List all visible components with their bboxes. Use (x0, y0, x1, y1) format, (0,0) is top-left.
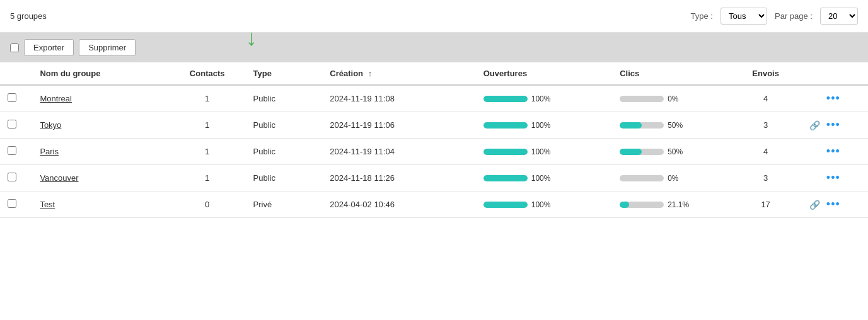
link-icon[interactable]: 🔗 (809, 200, 820, 210)
ouvertures-cell: 100% (476, 112, 612, 139)
contacts-count: 1 (169, 139, 246, 165)
clics-bar-container: 21.1% (620, 200, 724, 209)
page-title: 5 groupes (10, 11, 47, 21)
table-header-row: Nom du groupe Contacts Type Création ↑ O… (0, 62, 868, 85)
clics-bar-fill (620, 122, 642, 129)
th-contacts: Contacts (169, 62, 246, 85)
ouvertures-cell: 100% (476, 139, 612, 165)
clics-cell: 0% (612, 165, 731, 191)
th-envois: Envois (732, 62, 800, 85)
row-checkbox[interactable] (8, 120, 16, 129)
group-name-link[interactable]: Vancouver (40, 173, 78, 183)
actions-cell: 🔗••• (800, 191, 850, 217)
group-type: Public (246, 85, 323, 112)
actions-cell: ••• (800, 139, 850, 164)
clics-bar-bg (620, 122, 664, 129)
table-row: Paris1Public2024-11-19 11:04 100% 50% 4•… (0, 139, 868, 165)
table-row: Tokyo1Public2024-11-19 11:06 100% 50% 3🔗… (0, 112, 868, 139)
th-type: Type (246, 62, 323, 85)
clics-bar-bg (620, 96, 664, 102)
perpage-label: Par page : (775, 11, 813, 21)
contacts-count: 1 (169, 165, 246, 191)
link-icon[interactable]: 🔗 (809, 120, 820, 130)
envois-count: 4 (732, 139, 800, 165)
ouvertures-bar-fill (483, 149, 528, 155)
group-name-link[interactable]: Tokyo (40, 120, 61, 130)
clics-bar-fill (620, 149, 642, 155)
ouvertures-cell: 100% (476, 165, 612, 191)
ouvertures-label: 100% (531, 200, 554, 209)
export-button[interactable]: Exporter (24, 39, 74, 56)
ouvertures-cell: 100% (476, 85, 612, 112)
creation-date: 2024-11-18 11:26 (322, 165, 475, 191)
row-checkbox[interactable] (8, 173, 16, 181)
ouvertures-bar-bg (483, 122, 528, 129)
clics-cell: 50% (612, 112, 731, 139)
more-options-button[interactable]: ••• (824, 171, 843, 185)
clics-bar-container: 0% (620, 174, 724, 183)
clics-bar-container: 0% (620, 94, 724, 103)
group-name-link[interactable]: Paris (40, 147, 59, 156)
table-row: Vancouver1Public2024-11-18 11:26 100% 0%… (0, 165, 868, 191)
type-select[interactable]: Tous Public Privé (720, 8, 767, 25)
table-row: Montreal1Public2024-11-19 11:08 100% 0% … (0, 85, 868, 112)
row-checkbox[interactable] (8, 199, 16, 208)
actions-cell: ••• (800, 86, 850, 111)
envois-count: 4 (732, 85, 800, 112)
ouvertures-label: 100% (531, 121, 554, 130)
group-type: Public (246, 139, 323, 165)
th-actions (800, 62, 868, 85)
ouvertures-bar-container: 100% (483, 94, 605, 103)
clics-label: 21.1% (668, 200, 690, 209)
ouvertures-label: 100% (531, 94, 554, 103)
ouvertures-label: 100% (531, 174, 554, 183)
more-options-button[interactable]: ••• (824, 118, 843, 132)
actions-cell: 🔗••• (800, 112, 850, 138)
toolbar: Exporter Supprimer ↓ (0, 33, 868, 62)
clics-bar-fill (620, 202, 629, 208)
creation-date: 2024-11-19 11:08 (322, 85, 475, 112)
perpage-select[interactable]: 20 50 100 (820, 8, 858, 25)
ouvertures-bar-bg (483, 149, 528, 155)
sort-arrow-icon: ↑ (368, 69, 373, 78)
ouvertures-cell: 100% (476, 191, 612, 218)
envois-count: 17 (732, 191, 800, 218)
more-options-button[interactable]: ••• (824, 198, 843, 211)
row-checkbox[interactable] (8, 93, 16, 102)
clics-bar-container: 50% (620, 147, 724, 156)
group-type: Privé (246, 191, 323, 218)
clics-label: 0% (668, 174, 690, 183)
ouvertures-bar-fill (483, 122, 528, 129)
row-checkbox[interactable] (8, 146, 16, 155)
ouvertures-bar-fill (483, 202, 528, 208)
more-options-button[interactable]: ••• (824, 145, 843, 158)
group-type: Public (246, 112, 323, 139)
top-bar-controls: Type : Tous Public Privé Par page : 20 5… (691, 8, 858, 25)
envois-count: 3 (732, 165, 800, 191)
ouvertures-bar-container: 100% (483, 174, 605, 183)
ouvertures-bar-container: 100% (483, 200, 605, 209)
ouvertures-bar-bg (483, 175, 528, 181)
clics-cell: 50% (612, 139, 731, 165)
contacts-count: 1 (169, 85, 246, 112)
clics-bar-container: 50% (620, 121, 724, 130)
th-ouvertures: Ouvertures (476, 62, 612, 85)
delete-button[interactable]: Supprimer (79, 39, 136, 56)
ouvertures-bar-bg (483, 96, 528, 102)
select-all-checkbox[interactable] (10, 43, 19, 52)
top-bar: 5 groupes Type : Tous Public Privé Par p… (0, 0, 868, 33)
table-row: Test0Privé2024-04-02 10:46 100% 21.1% 17… (0, 191, 868, 218)
group-name-link[interactable]: Montreal (40, 94, 72, 103)
th-creation[interactable]: Création ↑ (322, 62, 475, 85)
clics-label: 50% (668, 147, 690, 156)
clics-bar-bg (620, 202, 664, 208)
creation-date: 2024-11-19 11:06 (322, 112, 475, 139)
contacts-count: 1 (169, 112, 246, 139)
envois-count: 3 (732, 112, 800, 139)
group-name-link[interactable]: Test (40, 200, 55, 209)
more-options-button[interactable]: ••• (824, 92, 843, 105)
clics-bar-bg (620, 149, 664, 155)
contacts-count: 0 (169, 191, 246, 218)
clics-label: 50% (668, 121, 690, 130)
clics-bar-bg (620, 175, 664, 181)
